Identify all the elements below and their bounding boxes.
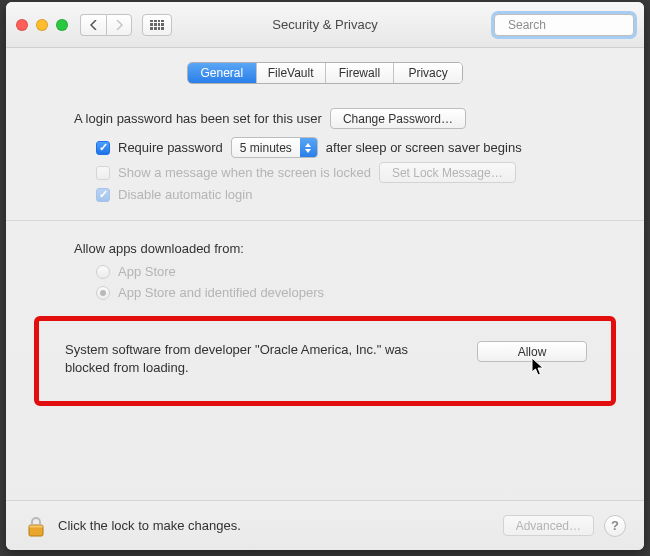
allow-apps-label: Allow apps downloaded from: (74, 241, 576, 256)
change-password-button[interactable]: Change Password… (330, 108, 466, 129)
radio-identified-label: App Store and identified developers (118, 285, 324, 300)
nav-forward-button[interactable] (106, 14, 132, 36)
fullscreen-window-button[interactable] (56, 19, 68, 31)
set-lock-message-button: Set Lock Message… (379, 162, 516, 183)
chevron-updown-icon (300, 138, 317, 157)
tabs: General FileVault Firewall Privacy (187, 62, 463, 84)
require-password-after-label: after sleep or screen saver begins (326, 140, 522, 155)
lock-button[interactable] (24, 514, 48, 538)
tab-general[interactable]: General (188, 63, 257, 83)
radio-app-store-label: App Store (118, 264, 176, 279)
show-all-prefs-button[interactable] (142, 14, 172, 36)
search-input[interactable] (506, 17, 644, 33)
footer: Click the lock to make changes. Advanced… (6, 500, 644, 550)
radio-icon (96, 265, 110, 279)
require-password-delay-value: 5 minutes (232, 141, 300, 155)
disable-auto-login-checkbox (96, 188, 110, 202)
nav-back-forward (80, 14, 132, 36)
require-password-label: Require password (118, 140, 223, 155)
radio-app-store: App Store (96, 264, 576, 279)
login-password-section: A login password has been set for this u… (6, 94, 644, 221)
radio-identified-developers: App Store and identified developers (96, 285, 576, 300)
lock-text: Click the lock to make changes. (58, 518, 241, 533)
disable-auto-login-label: Disable automatic login (118, 187, 252, 202)
help-icon: ? (611, 518, 619, 533)
help-button[interactable]: ? (604, 515, 626, 537)
gatekeeper-options: App Store App Store and identified devel… (96, 264, 576, 300)
grid-icon (150, 20, 164, 30)
require-password-checkbox[interactable] (96, 141, 110, 155)
nav-back-button[interactable] (80, 14, 106, 36)
tab-filevault[interactable]: FileVault (257, 63, 326, 83)
security-privacy-window: Security & Privacy General FileVault Fir… (6, 2, 644, 550)
search-field[interactable] (494, 14, 634, 36)
svg-rect-1 (30, 525, 43, 527)
blocked-software-highlight: System software from developer "Oracle A… (34, 316, 616, 406)
tab-firewall[interactable]: Firewall (326, 63, 395, 83)
content: General FileVault Firewall Privacy A log… (6, 48, 644, 500)
cursor-icon (531, 357, 547, 377)
login-password-text: A login password has been set for this u… (74, 111, 322, 126)
titlebar: Security & Privacy (6, 2, 644, 48)
minimize-window-button[interactable] (36, 19, 48, 31)
show-message-checkbox (96, 166, 110, 180)
show-message-label: Show a message when the screen is locked (118, 165, 371, 180)
advanced-button: Advanced… (503, 515, 594, 536)
tab-privacy[interactable]: Privacy (394, 63, 462, 83)
require-password-delay-select[interactable]: 5 minutes (231, 137, 318, 158)
gatekeeper-section: Allow apps downloaded from: App Store Ap… (6, 221, 644, 312)
close-window-button[interactable] (16, 19, 28, 31)
window-controls (16, 19, 68, 31)
blocked-software-message: System software from developer "Oracle A… (65, 341, 453, 377)
radio-icon (96, 286, 110, 300)
lock-icon (24, 514, 48, 538)
